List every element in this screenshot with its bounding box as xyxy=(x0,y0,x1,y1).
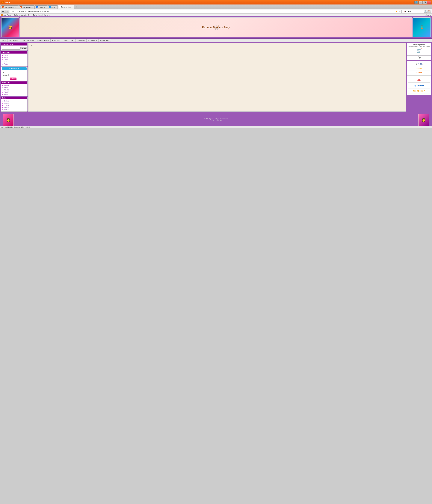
login-panel-title: Login Password xyxy=(2,67,27,70)
berita-2-link[interactable]: Berita 2 xyxy=(4,102,9,104)
bookmark-image-editor[interactable]: ✎ Online image editor pi... xyxy=(13,14,30,16)
berita-3-link[interactable]: Berita 3 xyxy=(4,105,9,106)
bsplayer-icon: b xyxy=(414,1,419,4)
nav-kontak-kami[interactable]: Kontak Kami xyxy=(87,39,98,42)
product-2-link[interactable]: Produk 2 xyxy=(4,57,9,58)
nav-home[interactable]: Home xyxy=(0,39,8,42)
login-submit-button[interactable]: Login xyxy=(10,78,17,80)
dropdown-arrow-icon[interactable]: ▼ xyxy=(397,11,399,12)
restore-button[interactable]: ❐ xyxy=(423,1,427,4)
list-item[interactable]: ◆ Artikel 1 xyxy=(2,85,26,87)
nav-faq[interactable]: FAQ xyxy=(69,39,76,42)
berita-1-link[interactable]: Berita 1 xyxy=(4,100,9,102)
list-item[interactable]: ◆ Berita 4 xyxy=(2,107,26,108)
bullet-icon: ◆ xyxy=(2,59,3,61)
bookmark-sinopsis[interactable]: ⚑ Daftar Sinopsis Drama ... xyxy=(31,14,50,16)
tab-princess[interactable]: Princess Ra... ✕ xyxy=(57,5,74,9)
list-item[interactable]: ◆ Artikel 4 xyxy=(2,91,26,93)
product-4-link[interactable]: Produk 4 xyxy=(4,61,9,63)
bookmark-most-visited-label: Most Visited xyxy=(3,14,11,16)
list-item[interactable]: ◆ Berita 3 xyxy=(2,104,26,106)
search-input[interactable] xyxy=(405,10,424,12)
tab-blogger-new[interactable]: B new: PENGERT... xyxy=(1,5,18,9)
new-tab-button[interactable]: + xyxy=(75,5,78,9)
product-5-link[interactable]: Produk 5 xyxy=(4,63,9,65)
cart-empty-text: Keranjang Belanja Anda Masih Kosong xyxy=(408,46,430,47)
tab-tambah[interactable]: B Tambah Tulisa... xyxy=(18,5,35,9)
login-panel: Login Password E-Mail Password Login xyxy=(1,67,28,81)
artikel-3-link[interactable]: Artikel 3 xyxy=(4,89,9,91)
list-item[interactable]: ◆ Berita 5 xyxy=(2,109,26,111)
edit-icon: ✎ xyxy=(13,14,14,16)
tab-facebook[interactable]: f Facebook xyxy=(35,5,47,9)
nav-cara-pengiriman[interactable]: Cara Pengiriman xyxy=(36,39,51,42)
product-1-link[interactable]: Produk 1 xyxy=(4,55,9,56)
bullet-icon: ◆ xyxy=(2,63,3,65)
tab-twitter[interactable]: t Twitter xyxy=(47,5,57,9)
bookmark-most-visited[interactable]: ★ Most Visited xyxy=(1,14,11,16)
wahana-logo: Wahana xyxy=(417,85,424,87)
back-button[interactable]: ◀ xyxy=(1,10,5,13)
nav-tentang-kami[interactable]: Tentang Kami xyxy=(99,39,111,42)
products-list: ◆ Produk 1 ◆ Produk 2 ◆ Produk 3 ◆ xyxy=(1,54,28,66)
tab-close-icon[interactable]: ✕ xyxy=(72,6,73,8)
minimize-button[interactable]: ─ xyxy=(419,1,423,4)
tab-tambah-label: Tambah Tulisa... xyxy=(22,6,33,8)
bullet-icon: ◆ xyxy=(2,93,3,95)
nav-berita[interactable]: Berita xyxy=(62,39,69,42)
product-search-input[interactable] xyxy=(2,47,21,50)
list-item[interactable]: ◆ Produk 3 xyxy=(2,59,26,61)
nav-testimonial[interactable]: Testimonial xyxy=(76,39,87,42)
list-item[interactable]: ◆ Artikel 2 xyxy=(2,87,26,89)
list-item[interactable]: ◆ Artikel 5 xyxy=(2,93,26,95)
bullet-icon: ◆ xyxy=(2,87,3,89)
title-bar: Firefox ▼ b ─ ❐ ✕ xyxy=(0,0,432,4)
bookmark-more[interactable]: » Bookmarks xyxy=(422,14,431,16)
berita-5-link[interactable]: Berita 5 xyxy=(4,109,9,110)
forward-button[interactable]: ▶ xyxy=(5,10,9,13)
bullet-icon: ◆ xyxy=(2,91,3,93)
password-input[interactable] xyxy=(9,74,28,76)
shipping-section: JNE 🌀 Wahana POS INDONESIA xyxy=(407,76,431,95)
nav-cara-pembayaran[interactable]: Cara Pembayaran xyxy=(20,39,36,42)
bookmark-sinopsis-label: Daftar Sinopsis Drama ... xyxy=(33,14,50,16)
bullet-icon: ◆ xyxy=(2,102,3,104)
wahana-shipping-item: 🌀 Wahana xyxy=(408,83,430,88)
bullet-icon: ◆ xyxy=(2,104,3,106)
jne-shipping-item: JNE xyxy=(408,78,430,82)
list-item[interactable]: ◆ Produk 5 xyxy=(2,63,26,65)
list-item[interactable]: ◆ Berita 1 xyxy=(2,100,26,102)
artikel-1-link[interactable]: Artikel 1 xyxy=(4,85,9,86)
wahana-icon: 🌀 xyxy=(414,85,416,87)
product-3-link[interactable]: Produk 3 xyxy=(4,59,9,61)
address-input[interactable] xyxy=(12,10,395,12)
artikel-4-link[interactable]: Artikel 4 xyxy=(4,91,9,93)
list-item[interactable]: ◆ Artikel 3 xyxy=(2,89,26,91)
bookmark-star-icon[interactable]: ★ xyxy=(395,10,397,12)
bookmarks-label: Bookmarks xyxy=(423,14,431,16)
search-section-body: Login xyxy=(1,45,28,50)
list-item[interactable]: ◆ Berita 2 xyxy=(2,102,26,104)
nav-cara-membeli[interactable]: Cara Membeli xyxy=(8,39,20,42)
svg-text:b: b xyxy=(416,2,417,3)
title-dropdown-icon[interactable]: ▼ xyxy=(11,2,13,3)
list-item[interactable]: ◆ Produk 1 xyxy=(2,54,26,56)
list-item[interactable]: ◆ Produk 2 xyxy=(2,56,26,58)
tab-blogger-new-label: new: PENGERT... xyxy=(5,6,17,8)
artikel-2-link[interactable]: Artikel 2 xyxy=(4,87,9,89)
list-item[interactable]: ◆ Produk 4 xyxy=(2,61,26,63)
home-button[interactable]: 🏠 xyxy=(427,10,431,13)
bullet-icon: ◆ xyxy=(2,89,3,91)
berita-4-link[interactable]: Berita 4 xyxy=(4,107,9,108)
reload-button[interactable]: ↺ xyxy=(399,10,401,12)
nav-artikel-kami[interactable]: Artikel Kami xyxy=(51,39,62,42)
search-button[interactable]: 🔍 xyxy=(424,10,428,13)
artikel-5-link[interactable]: Artikel 5 xyxy=(4,94,9,95)
footer-right-image: 👩 xyxy=(418,114,429,126)
blogger-favicon: B xyxy=(2,6,4,8)
jne-logo: JNE xyxy=(417,79,421,81)
footer-left-image: 👩 xyxy=(3,114,14,126)
email-input[interactable] xyxy=(5,71,28,73)
close-button[interactable]: ✕ xyxy=(427,1,431,4)
search-login-button[interactable]: Login xyxy=(21,47,27,49)
